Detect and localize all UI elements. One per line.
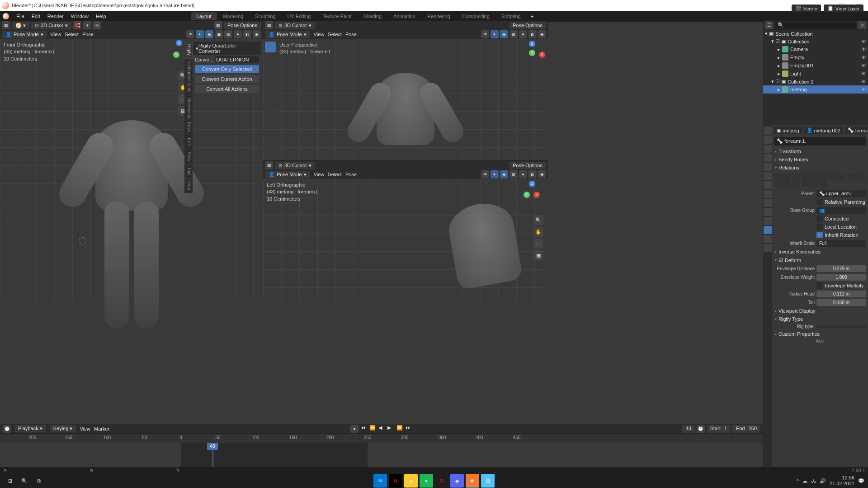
tray-volume-icon[interactable]: 🔊 xyxy=(820,478,826,484)
play-reverse-icon[interactable]: ◀ xyxy=(378,425,386,432)
proptab-modifier[interactable] xyxy=(764,181,772,189)
tree-light[interactable]: ▸ Light 👁 xyxy=(763,70,868,78)
rotate-tool[interactable] xyxy=(265,80,276,90)
axis-y-icon[interactable]: Y xyxy=(173,52,179,58)
timeline-type-icon[interactable]: 🕐 xyxy=(3,425,11,433)
proptab-bone[interactable] xyxy=(764,226,772,234)
path-bone[interactable]: 🦴 forear xyxy=(845,127,868,134)
sidetab-rigify[interactable]: Rigify xyxy=(184,42,193,59)
convert-selected-button[interactable]: Convert Only Selected xyxy=(195,65,259,73)
jump-end-icon[interactable]: ⏭ xyxy=(406,425,413,432)
propedit-icon[interactable]: ◎ xyxy=(93,21,101,29)
transform-tool[interactable] xyxy=(265,105,276,116)
shading-render-icon[interactable]: ◉ xyxy=(538,30,546,38)
menu-select[interactable]: Select xyxy=(328,32,342,37)
panel-ik[interactable]: Inverse Kinematics xyxy=(774,248,866,256)
proptab-scene[interactable] xyxy=(764,154,772,162)
timeline-marker[interactable]: Marker xyxy=(94,426,109,432)
shading-solid-icon[interactable]: ● xyxy=(519,30,527,38)
app-explorer[interactable]: 📁 xyxy=(404,474,418,488)
overlays-icon[interactable]: ◉ xyxy=(500,170,508,178)
outliner-type-icon[interactable]: ☰ xyxy=(765,21,773,29)
shading-wire-icon[interactable]: ⊞ xyxy=(509,30,518,38)
tab-sculpting[interactable]: Sculpting xyxy=(250,12,281,20)
overlay-icon[interactable]: 👁 xyxy=(186,30,194,38)
proptab-render[interactable] xyxy=(764,127,772,135)
nav-gizmo[interactable]: Y X Z xyxy=(521,43,543,66)
rotmode-select[interactable]: QUATERNION xyxy=(215,56,259,63)
envweight-field[interactable]: 1.000 xyxy=(816,274,866,281)
outliner-tree[interactable]: ▾ ▣ Scene Collection ▾ ☑ ▣ Collection 👁 … xyxy=(763,30,868,125)
tray-network-icon[interactable]: 🖧 xyxy=(811,478,816,483)
mode-select[interactable]: 👤 Pose Mode ▾ xyxy=(265,31,310,38)
taskview-button[interactable]: ⧉ xyxy=(33,474,45,487)
frame-field[interactable]: 43 xyxy=(682,425,694,433)
overlays-icon[interactable]: ◉ xyxy=(500,30,508,38)
pose-options[interactable]: Pose Options xyxy=(509,22,546,29)
extrude-tool[interactable] xyxy=(265,143,276,154)
app-discord[interactable]: ◆ xyxy=(450,474,464,488)
menu-pose[interactable]: Pose xyxy=(82,32,94,37)
shading-matprev-icon[interactable]: ◐ xyxy=(528,170,537,178)
tab-modeling[interactable]: Modeling xyxy=(218,12,249,20)
tab-shading[interactable]: Shading xyxy=(358,12,387,20)
grid-icon[interactable]: ▦ xyxy=(533,250,543,260)
menu-window[interactable]: Window xyxy=(67,14,92,19)
play-icon[interactable]: ▶ xyxy=(387,425,395,432)
pivot-select[interactable]: ⊙ 3D Cursor ▾ xyxy=(275,162,315,169)
app-netflix[interactable]: N xyxy=(389,474,402,488)
layer-boxes[interactable] xyxy=(774,172,866,189)
proptab-output[interactable] xyxy=(764,136,772,144)
menu-select[interactable]: Select xyxy=(328,172,342,177)
keyframe-next-icon[interactable]: ⏩ xyxy=(396,425,404,432)
path-obj[interactable]: ▣ metarig xyxy=(774,127,802,134)
proptab-material[interactable] xyxy=(764,244,772,252)
menu-help[interactable]: Help xyxy=(92,14,110,19)
shading-matprev-icon[interactable]: ◐ xyxy=(243,30,251,38)
tree-empty001[interactable]: ▸ Empty.001 👁 xyxy=(763,61,868,70)
mode-select[interactable]: 👤 Pose Mode ▾ xyxy=(2,31,47,38)
filter-icon[interactable]: ▽ xyxy=(858,21,866,29)
notifications-icon[interactable]: 💬 xyxy=(858,478,864,484)
proptab-world[interactable] xyxy=(764,163,772,171)
radhead-field[interactable]: 0.112 m xyxy=(816,291,866,297)
menu-file[interactable]: File xyxy=(13,14,28,19)
sidetab-item[interactable]: Item xyxy=(184,178,193,193)
panel-transform[interactable]: Transform xyxy=(774,147,866,155)
scene-field[interactable]: 🎬 Scene xyxy=(792,5,821,12)
scale-tool[interactable] xyxy=(265,92,276,103)
rigtype-field[interactable] xyxy=(816,326,866,328)
tab-uvediting[interactable]: UV Editing xyxy=(282,12,316,20)
editor-type-icon[interactable]: ▦ xyxy=(2,21,10,29)
path-arm[interactable]: 👤 metarig.002 xyxy=(804,127,843,134)
tree-root[interactable]: ▾ ▣ Scene Collection xyxy=(763,30,868,38)
inheritscale-field[interactable]: Full xyxy=(816,240,866,247)
gizmo-icon[interactable]: ✦ xyxy=(491,30,499,38)
envdist-field[interactable]: 0.279 m xyxy=(816,265,866,272)
playback-menu[interactable]: Playback ▾ xyxy=(14,425,46,432)
shading-render-icon[interactable]: ◉ xyxy=(538,170,546,178)
panel-deform[interactable]: ☑ Deform xyxy=(774,256,866,264)
overlays-icon[interactable]: ◉ xyxy=(205,30,213,38)
xray-icon[interactable]: ▦ xyxy=(214,21,222,29)
tab-scripting[interactable]: Scripting xyxy=(496,12,526,20)
proptab-object[interactable] xyxy=(764,172,772,180)
sidetab-tool[interactable]: Tool xyxy=(184,164,193,178)
app-blender[interactable]: ◉ xyxy=(466,474,479,488)
pivot-select[interactable]: ⊙ 3D Cursor ▾ xyxy=(31,22,71,29)
autokey-icon[interactable]: ● xyxy=(350,425,359,433)
relparent-checkbox[interactable] xyxy=(816,199,823,205)
search-button[interactable]: 🔍 xyxy=(18,474,31,487)
overlay-icon[interactable]: 👁 xyxy=(481,30,489,38)
shading-solid-icon[interactable]: ● xyxy=(519,170,527,178)
viewport-user[interactable]: ▦ ⊙ 3D Cursor ▾ Pose Options 👤 Pose Mode… xyxy=(263,21,548,161)
shading-wire-icon[interactable]: ⊞ xyxy=(224,30,232,38)
tree-empty[interactable]: ▸ Empty 👁 xyxy=(763,53,868,61)
tray-onedrive-icon[interactable]: ☁ xyxy=(802,478,807,484)
axis-z-icon[interactable]: Z xyxy=(176,40,182,46)
proptab-constraint[interactable] xyxy=(764,208,772,216)
tree-camera[interactable]: ▸ Camera 👁 xyxy=(763,45,868,53)
panel-custom[interactable]: Custom Properties xyxy=(774,330,866,338)
sidetab-screencast[interactable]: Screencast Keys xyxy=(184,95,193,135)
tab-compositing[interactable]: Compositing xyxy=(457,12,495,20)
